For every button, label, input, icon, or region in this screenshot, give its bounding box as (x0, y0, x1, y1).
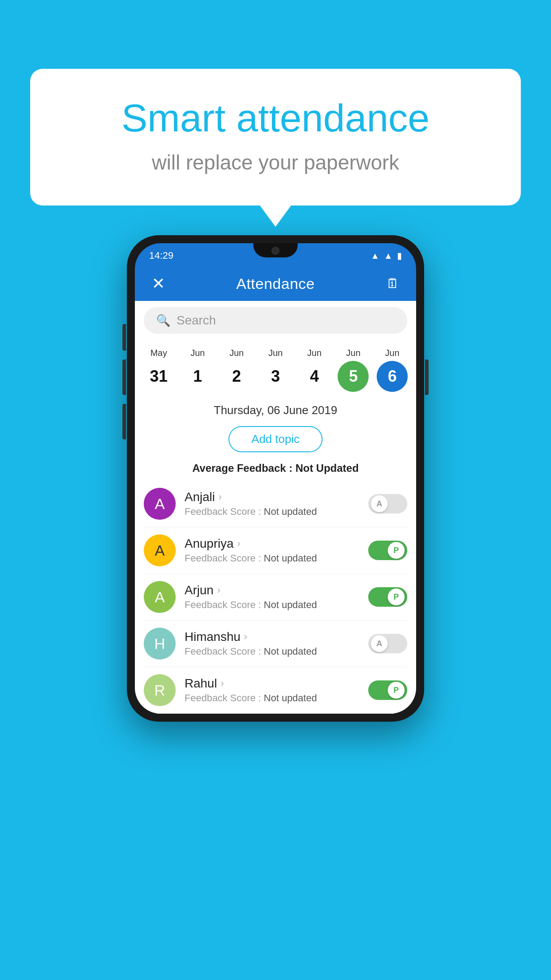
date-header: Thursday, 06 June 2019 (135, 395, 416, 422)
avatar: A (144, 488, 176, 520)
speech-bubble-subtitle: will replace your paperwork (66, 150, 485, 174)
phone-wrapper: 14:29 ▲ ▲ ▮ ✕ Attendance 🗓 🔍 (127, 235, 424, 722)
avatar: A (144, 581, 176, 613)
mute-button (122, 324, 126, 351)
chevron-icon: › (237, 538, 240, 549)
student-info: Anjali ›Feedback Score : Not updated (185, 490, 359, 518)
attendance-toggle[interactable]: P (368, 680, 407, 700)
chevron-icon: › (244, 631, 247, 643)
close-button[interactable]: ✕ (147, 274, 169, 293)
phone-screen: 14:29 ▲ ▲ ▮ ✕ Attendance 🗓 🔍 (135, 243, 416, 714)
calendar-day[interactable]: Jun3 (256, 344, 295, 395)
student-item[interactable]: AArjun ›Feedback Score : Not updatedP (144, 574, 407, 620)
wifi-icon: ▲ (370, 251, 379, 261)
calendar-day[interactable]: Jun2 (217, 344, 256, 395)
search-placeholder: Search (177, 313, 216, 328)
speech-bubble-title: Smart attendance (66, 95, 485, 141)
cal-date-number: 1 (182, 361, 213, 392)
chevron-icon: › (218, 491, 221, 503)
student-name: Himanshu › (185, 630, 359, 644)
attendance-toggle[interactable]: P (368, 541, 407, 560)
student-name: Rahul › (185, 676, 359, 691)
avg-feedback-label: Average Feedback : (192, 462, 295, 474)
avatar: R (144, 674, 176, 706)
cal-month-label: Jun (268, 348, 283, 358)
toggle-knob: A (371, 495, 388, 512)
speech-bubble-container: Smart attendance will replace your paper… (30, 69, 521, 205)
calendar-day[interactable]: Jun5 (334, 344, 373, 395)
student-info: Rahul ›Feedback Score : Not updated (185, 676, 359, 704)
cal-month-label: Jun (346, 348, 360, 358)
camera (272, 247, 279, 255)
phone-outer: 14:29 ▲ ▲ ▮ ✕ Attendance 🗓 🔍 (127, 235, 424, 722)
chevron-icon: › (220, 678, 224, 689)
chevron-icon: › (217, 585, 220, 596)
battery-icon: ▮ (397, 250, 402, 261)
student-name: Arjun › (185, 583, 359, 597)
feedback-score: Feedback Score : Not updated (185, 646, 359, 657)
toggle-knob: P (388, 542, 405, 559)
cal-month-label: Jun (190, 348, 205, 358)
cal-date-number: 4 (299, 361, 330, 392)
attendance-toggle[interactable]: A (368, 494, 407, 514)
avatar: H (144, 628, 176, 660)
attendance-toggle[interactable]: P (368, 587, 407, 607)
calendar-day[interactable]: Jun4 (295, 344, 334, 395)
app-bar: ✕ Attendance 🗓 (135, 266, 416, 301)
cal-date-number: 31 (143, 361, 174, 392)
feedback-value: Not updated (264, 646, 317, 657)
toggle-knob: P (388, 682, 405, 699)
average-feedback: Average Feedback : Not Updated (135, 459, 416, 481)
screen-content: 🔍 Search May31Jun1Jun2Jun3Jun4Jun5Jun6 T… (135, 301, 416, 714)
calendar-icon[interactable]: 🗓 (382, 276, 404, 291)
feedback-value: Not updated (264, 692, 317, 703)
feedback-score: Feedback Score : Not updated (185, 599, 359, 611)
avg-feedback-value: Not Updated (295, 462, 359, 474)
student-info: Himanshu ›Feedback Score : Not updated (185, 630, 359, 657)
signal-icon: ▲ (384, 251, 393, 261)
student-item[interactable]: HHimanshu ›Feedback Score : Not updatedA (144, 620, 407, 667)
feedback-value: Not updated (264, 506, 317, 517)
phone-notch (253, 243, 298, 257)
student-item[interactable]: AAnjali ›Feedback Score : Not updatedA (144, 481, 407, 527)
student-item[interactable]: AAnupriya ›Feedback Score : Not updatedP (144, 527, 407, 574)
calendar-day[interactable]: Jun1 (178, 344, 217, 395)
vol-up-button (122, 360, 126, 395)
feedback-score: Feedback Score : Not updated (185, 506, 359, 518)
cal-date-number: 5 (338, 361, 369, 392)
student-info: Anupriya ›Feedback Score : Not updated (185, 537, 359, 564)
student-list: AAnjali ›Feedback Score : Not updatedAAA… (135, 481, 416, 714)
cal-month-label: May (150, 348, 167, 358)
app-bar-title: Attendance (169, 275, 382, 292)
calendar-day[interactable]: May31 (139, 344, 178, 395)
search-icon: 🔍 (156, 314, 170, 328)
feedback-value: Not updated (264, 599, 317, 610)
status-icons: ▲ ▲ ▮ (370, 250, 402, 261)
cal-month-label: Jun (229, 348, 244, 358)
add-topic-button[interactable]: Add topic (228, 426, 323, 452)
student-info: Arjun ›Feedback Score : Not updated (185, 583, 359, 611)
search-input[interactable]: 🔍 Search (144, 307, 407, 334)
speech-bubble: Smart attendance will replace your paper… (30, 69, 521, 205)
status-time: 14:29 (149, 250, 173, 261)
cal-date-number: 6 (377, 361, 408, 392)
attendance-toggle[interactable]: A (368, 634, 407, 653)
cal-month-label: Jun (385, 348, 399, 358)
feedback-score: Feedback Score : Not updated (185, 553, 359, 564)
feedback-value: Not updated (264, 553, 317, 564)
student-name: Anupriya › (185, 537, 359, 551)
cal-month-label: Jun (307, 348, 322, 358)
calendar-day[interactable]: Jun6 (373, 344, 412, 395)
student-item[interactable]: RRahul ›Feedback Score : Not updatedP (144, 667, 407, 714)
feedback-score: Feedback Score : Not updated (185, 692, 359, 704)
calendar-row: May31Jun1Jun2Jun3Jun4Jun5Jun6 (135, 340, 416, 395)
toggle-knob: A (371, 635, 388, 652)
toggle-knob: P (388, 589, 405, 605)
vol-down-button (122, 404, 126, 439)
cal-date-number: 2 (221, 361, 252, 392)
cal-date-number: 3 (260, 361, 291, 392)
avatar: A (144, 534, 176, 566)
power-button (425, 360, 429, 395)
search-bar: 🔍 Search (135, 301, 416, 340)
student-name: Anjali › (185, 490, 359, 504)
